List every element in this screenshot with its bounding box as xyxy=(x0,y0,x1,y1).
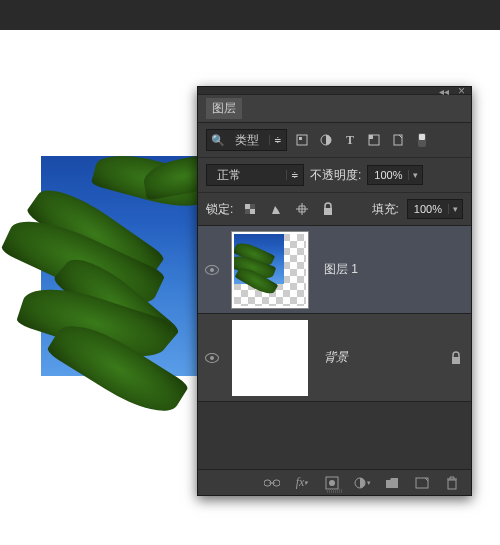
lock-icon xyxy=(450,351,462,365)
opacity-input[interactable]: 100% ▾ xyxy=(367,165,423,185)
svg-rect-4 xyxy=(369,135,373,139)
new-layer-icon[interactable] xyxy=(413,474,431,492)
filter-toggle[interactable] xyxy=(413,131,431,149)
layer-thumbnail[interactable] xyxy=(232,320,308,396)
chevron-down-icon: ≑ xyxy=(269,135,282,145)
svg-rect-8 xyxy=(245,204,250,209)
layer-thumbnail[interactable] xyxy=(232,232,308,308)
lock-pixels-icon[interactable] xyxy=(267,200,285,218)
chevron-down-icon: ▾ xyxy=(408,170,422,180)
close-icon[interactable]: × xyxy=(458,84,465,98)
svg-rect-11 xyxy=(245,209,250,214)
layer-style-icon[interactable]: fx▾ xyxy=(293,474,311,492)
filter-smart-icon[interactable] xyxy=(389,131,407,149)
filter-shape-icon[interactable] xyxy=(365,131,383,149)
svg-rect-13 xyxy=(452,357,460,364)
blend-mode-dropdown[interactable]: 正常 ≑ xyxy=(206,164,304,186)
lock-all-icon[interactable] xyxy=(319,200,337,218)
filter-pixel-icon[interactable] xyxy=(293,131,311,149)
svg-rect-10 xyxy=(250,204,255,209)
svg-point-18 xyxy=(329,480,335,486)
search-icon: 🔍 xyxy=(211,134,225,147)
svg-rect-1 xyxy=(299,137,302,140)
visibility-eye-icon[interactable] xyxy=(205,353,219,363)
delete-layer-icon[interactable] xyxy=(443,474,461,492)
filter-type-icon[interactable]: T xyxy=(341,131,359,149)
lock-transparency-icon[interactable] xyxy=(241,200,259,218)
layer-row[interactable]: 图层 1 xyxy=(198,226,471,314)
adjustment-layer-icon[interactable]: ▾ xyxy=(353,474,371,492)
group-icon[interactable] xyxy=(383,474,401,492)
visibility-eye-icon[interactable] xyxy=(205,265,219,275)
lock-label: 锁定: xyxy=(206,201,233,218)
opacity-label: 不透明度: xyxy=(310,167,361,184)
fill-input[interactable]: 100% ▾ xyxy=(407,199,463,219)
collapse-icon[interactable]: ◂◂ xyxy=(439,86,449,97)
canvas-image xyxy=(41,156,206,376)
layer-name[interactable]: 图层 1 xyxy=(314,261,441,278)
svg-rect-9 xyxy=(250,209,255,214)
svg-rect-7 xyxy=(419,134,425,140)
layers-panel: ◂◂ × 图层 🔍 类型 ≑ T 正常 ≑ xyxy=(197,86,472,496)
filter-kind-dropdown[interactable]: 🔍 类型 ≑ xyxy=(206,129,287,151)
layer-name[interactable]: 背景 xyxy=(314,349,441,366)
chevron-down-icon: ▾ xyxy=(448,204,462,214)
filter-adjustment-icon[interactable] xyxy=(317,131,335,149)
layer-row[interactable]: 背景 xyxy=(198,314,471,402)
lock-position-icon[interactable] xyxy=(293,200,311,218)
panel-title[interactable]: 图层 xyxy=(206,98,242,119)
svg-rect-12 xyxy=(324,208,332,215)
chevron-down-icon: ≑ xyxy=(286,170,299,180)
svg-rect-21 xyxy=(448,480,456,489)
link-layers-icon[interactable] xyxy=(263,474,281,492)
fill-label: 填充: xyxy=(372,201,399,218)
